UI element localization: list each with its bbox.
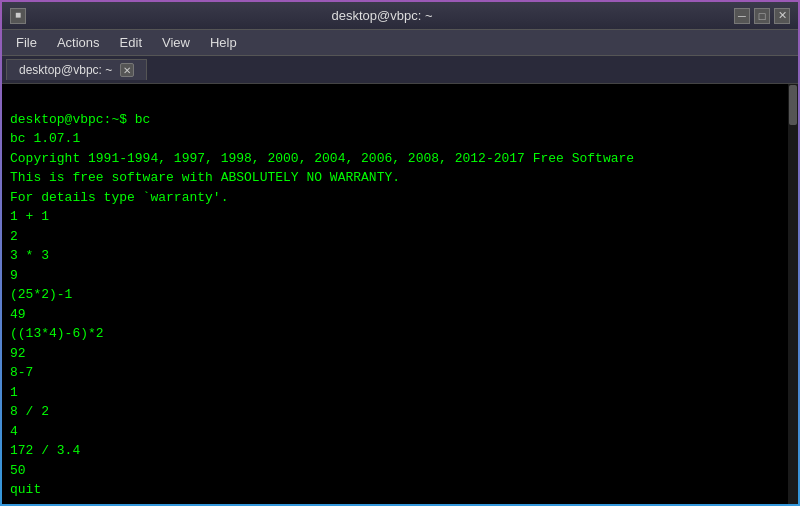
menu-file[interactable]: File (6, 33, 47, 52)
close-button[interactable]: ✕ (774, 8, 790, 24)
line-19: 50 (10, 463, 26, 478)
line-4: This is free software with ABSOLUTELY NO… (10, 170, 400, 185)
line-21: desktop@vbpc:~$ (10, 502, 144, 505)
terminal-window: ■ desktop@vbpc: ~ ─ □ ✕ File Actions Edi… (0, 0, 800, 506)
line-8: 3 * 3 (10, 248, 49, 263)
line-7: 2 (10, 229, 18, 244)
prompt-2: desktop@vbpc:~$ (10, 502, 135, 505)
line-15: 1 (10, 385, 18, 400)
menu-bar: File Actions Edit View Help (2, 30, 798, 56)
menu-actions[interactable]: Actions (47, 33, 110, 52)
line-1: desktop@vbpc:~$ bc (10, 112, 150, 127)
line-12: ((13*4)-6)*2 (10, 326, 104, 341)
scrollbar-thumb[interactable] (789, 85, 797, 125)
tab-close-button[interactable]: ✕ (120, 63, 134, 77)
line-13: 92 (10, 346, 26, 361)
line-18: 172 / 3.4 (10, 443, 80, 458)
menu-help[interactable]: Help (200, 33, 247, 52)
menu-edit[interactable]: Edit (110, 33, 152, 52)
title-bar: ■ desktop@vbpc: ~ ─ □ ✕ (2, 2, 798, 30)
menu-view[interactable]: View (152, 33, 200, 52)
line-5: For details type `warranty'. (10, 190, 228, 205)
tab-bar: desktop@vbpc: ~ ✕ (2, 56, 798, 84)
title-bar-controls: ─ □ ✕ (734, 8, 790, 24)
line-16: 8 / 2 (10, 404, 49, 419)
tab-terminal[interactable]: desktop@vbpc: ~ ✕ (6, 59, 147, 80)
line-3: Copyright 1991-1994, 1997, 1998, 2000, 2… (10, 151, 634, 166)
line-14: 8-7 (10, 365, 33, 380)
minimize-button[interactable]: ─ (734, 8, 750, 24)
line-11: 49 (10, 307, 26, 322)
window-icon: ■ (10, 8, 26, 24)
terminal-output: desktop@vbpc:~$ bc bc 1.07.1 Copyright 1… (10, 90, 790, 504)
scrollbar[interactable] (788, 84, 798, 504)
line-10: (25*2)-1 (10, 287, 72, 302)
prompt-1: desktop@vbpc:~$ bc (10, 112, 150, 127)
maximize-button[interactable]: □ (754, 8, 770, 24)
line-20: quit (10, 482, 41, 497)
title-bar-title: desktop@vbpc: ~ (30, 8, 734, 23)
line-2: bc 1.07.1 (10, 131, 80, 146)
line-9: 9 (10, 268, 18, 283)
title-bar-left: ■ (10, 8, 30, 24)
terminal-area[interactable]: desktop@vbpc:~$ bc bc 1.07.1 Copyright 1… (2, 84, 798, 504)
line-6: 1 + 1 (10, 209, 49, 224)
line-17: 4 (10, 424, 18, 439)
tab-label: desktop@vbpc: ~ (19, 63, 112, 77)
